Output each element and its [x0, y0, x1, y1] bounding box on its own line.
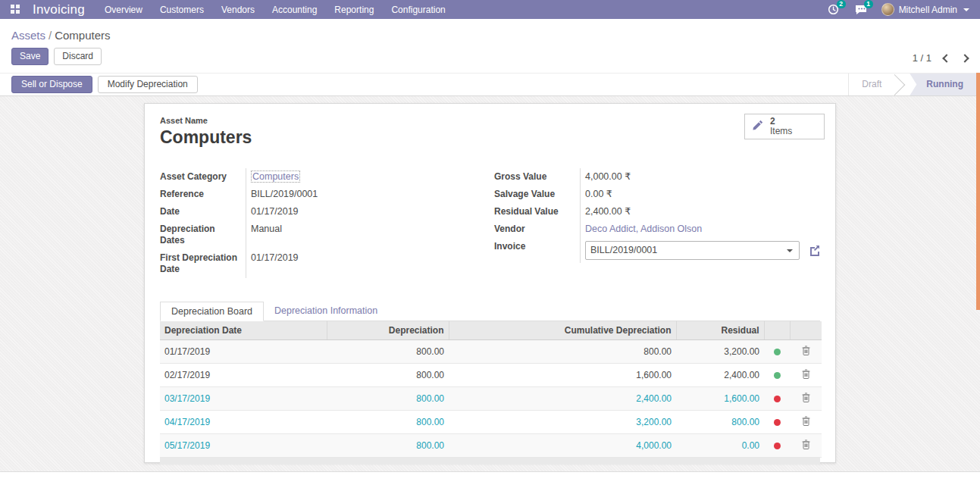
- dropdown-caret-icon: [787, 249, 793, 252]
- modify-depreciation-button[interactable]: Modify Depreciation: [98, 76, 198, 93]
- fields-left-column: Asset Category Computers Reference BILL/…: [160, 168, 485, 278]
- delete-row-icon[interactable]: [802, 440, 810, 449]
- activities-clock-icon[interactable]: 2: [827, 3, 841, 17]
- table-row[interactable]: 01/17/2019 800.00 800.00 3,200.00: [160, 339, 822, 363]
- asset-name-label: Asset Name: [160, 116, 820, 125]
- external-link-icon[interactable]: [809, 245, 820, 256]
- header-cumulative-depreciation[interactable]: Cumulative Depreciation: [449, 321, 676, 339]
- field-date: Date 01/17/2019: [160, 203, 485, 221]
- asset-form-sheet: Asset Name Computers 2 Items Asset Categ…: [144, 103, 836, 463]
- delete-row-icon[interactable]: [802, 416, 810, 426]
- user-name: Mitchell Admin: [899, 5, 957, 15]
- pager: 1 / 1: [913, 52, 968, 64]
- breadcrumb: Assets/Computers: [0, 19, 980, 42]
- menu-configuration[interactable]: Configuration: [391, 5, 445, 15]
- menu-accounting[interactable]: Accounting: [272, 5, 317, 15]
- delete-row-icon[interactable]: [802, 369, 810, 379]
- delete-row-icon[interactable]: [802, 393, 810, 402]
- avatar: [881, 3, 894, 16]
- header-depreciation-date[interactable]: Depreciation Date: [160, 321, 327, 339]
- items-stat-button[interactable]: 2 Items: [744, 114, 825, 139]
- pager-value: 1 / 1: [913, 52, 931, 64]
- salvage-value[interactable]: 0.00 ₹: [580, 186, 820, 203]
- depreciation-board-table: Depreciation Date Depreciation Cumulativ…: [160, 321, 822, 458]
- reference-value[interactable]: BILL/2019/0001: [246, 186, 485, 203]
- field-depreciation-dates: Depreciation Dates Manual: [160, 221, 485, 249]
- activities-badge: 2: [837, 0, 846, 8]
- header-status: [764, 321, 790, 339]
- unposted-status-dot: [774, 443, 781, 449]
- table-row[interactable]: 05/17/2019 800.00 4,000.00 0.00: [160, 433, 822, 457]
- status-running[interactable]: Running: [910, 74, 976, 95]
- pencil-icon: [752, 120, 763, 133]
- pager-next-icon[interactable]: [960, 54, 969, 62]
- field-vendor: Vendor Deco Addict, Addison Olson: [494, 221, 820, 238]
- discard-button[interactable]: Discard: [54, 48, 102, 65]
- status-arrow-icon: [894, 74, 910, 95]
- field-first-depreciation-date: First Depreciation Date 01/17/2019: [160, 249, 485, 278]
- menu-customers[interactable]: Customers: [160, 5, 204, 15]
- field-gross-value: Gross Value 4,000.00 ₹: [494, 168, 820, 186]
- table-row[interactable]: 04/17/2019 800.00 3,200.00 800.00: [160, 410, 822, 433]
- header-actions: [790, 321, 822, 339]
- breadcrumb-separator: /: [49, 29, 52, 42]
- first-depreciation-date-value[interactable]: 01/17/2019: [246, 249, 485, 278]
- menu-vendors[interactable]: Vendors: [221, 5, 255, 15]
- table-footer-strip: [160, 458, 820, 465]
- tab-depreciation-information[interactable]: Depreciation Information: [264, 302, 388, 321]
- invoice-combobox[interactable]: BILL/2019/0001: [585, 241, 800, 260]
- table-header-row: Depreciation Date Depreciation Cumulativ…: [160, 321, 822, 339]
- field-salvage-value: Salvage Value 0.00 ₹: [494, 186, 820, 203]
- fields-right-column: Gross Value 4,000.00 ₹ Salvage Value 0.0…: [494, 168, 820, 278]
- chevron-down-icon: [963, 8, 969, 11]
- residual-value[interactable]: 2,400.00 ₹: [580, 203, 820, 221]
- date-value[interactable]: 01/17/2019: [246, 203, 485, 221]
- field-asset-category: Asset Category Computers: [160, 168, 485, 186]
- form-view: Asset Name Computers 2 Items Asset Categ…: [0, 96, 980, 471]
- menu-overview[interactable]: Overview: [105, 5, 142, 15]
- status-widget: Draft Running: [848, 74, 976, 95]
- sell-or-dispose-button[interactable]: Sell or Dispose: [11, 76, 92, 93]
- delete-row-icon[interactable]: [802, 346, 810, 355]
- main-menu: Overview Customers Vendors Accounting Re…: [105, 5, 446, 15]
- tab-depreciation-board[interactable]: Depreciation Board: [160, 302, 264, 321]
- items-label: Items: [770, 126, 792, 136]
- notebook-tabs: Depreciation Board Depreciation Informat…: [160, 302, 820, 321]
- breadcrumb-assets-link[interactable]: Assets: [11, 29, 45, 42]
- header-residual[interactable]: Residual: [676, 321, 764, 339]
- field-residual-value: Residual Value 2,400.00 ₹: [494, 203, 820, 221]
- unposted-status-dot: [774, 396, 781, 402]
- invoice-value: BILL/2019/0001: [590, 245, 657, 256]
- status-draft[interactable]: Draft: [849, 74, 894, 95]
- pager-previous-icon[interactable]: [942, 54, 950, 62]
- table-row[interactable]: 03/17/2019 800.00 2,400.00 1,600.00: [160, 386, 822, 410]
- unposted-status-dot: [774, 419, 781, 426]
- posted-status-dot: [774, 349, 781, 355]
- vendor-link[interactable]: Deco Addict, Addison Olson: [585, 224, 702, 234]
- top-navbar: Invoicing Overview Customers Vendors Acc…: [0, 0, 980, 19]
- messages-badge: 1: [864, 0, 873, 8]
- field-invoice: Invoice BILL/2019/0001: [494, 238, 820, 263]
- asset-category-value[interactable]: Computers: [251, 170, 300, 183]
- page-footer: [0, 471, 980, 488]
- control-panel: Assets/Computers Save Discard 1 / 1: [0, 19, 980, 73]
- statusbar: Sell or Dispose Modify Depreciation Draf…: [0, 73, 980, 96]
- header-depreciation[interactable]: Depreciation: [327, 321, 449, 339]
- depreciation-dates-value[interactable]: Manual: [246, 221, 485, 249]
- app-title[interactable]: Invoicing: [33, 2, 85, 17]
- messages-chat-icon[interactable]: 1: [854, 3, 868, 17]
- apps-menu-icon[interactable]: [11, 5, 20, 14]
- posted-status-dot: [774, 372, 781, 379]
- save-button[interactable]: Save: [11, 48, 49, 65]
- items-count: 2: [770, 116, 775, 127]
- user-menu[interactable]: Mitchell Admin: [881, 3, 969, 16]
- breadcrumb-current: Computers: [55, 29, 110, 42]
- field-reference: Reference BILL/2019/0001: [160, 186, 485, 203]
- page-title[interactable]: Computers: [160, 127, 820, 148]
- table-row[interactable]: 02/17/2019 800.00 1,600.00 2,400.00: [160, 363, 822, 386]
- menu-reporting[interactable]: Reporting: [334, 5, 374, 15]
- gross-value[interactable]: 4,000.00 ₹: [580, 168, 820, 186]
- right-edge-scroll-strip[interactable]: [976, 73, 980, 310]
